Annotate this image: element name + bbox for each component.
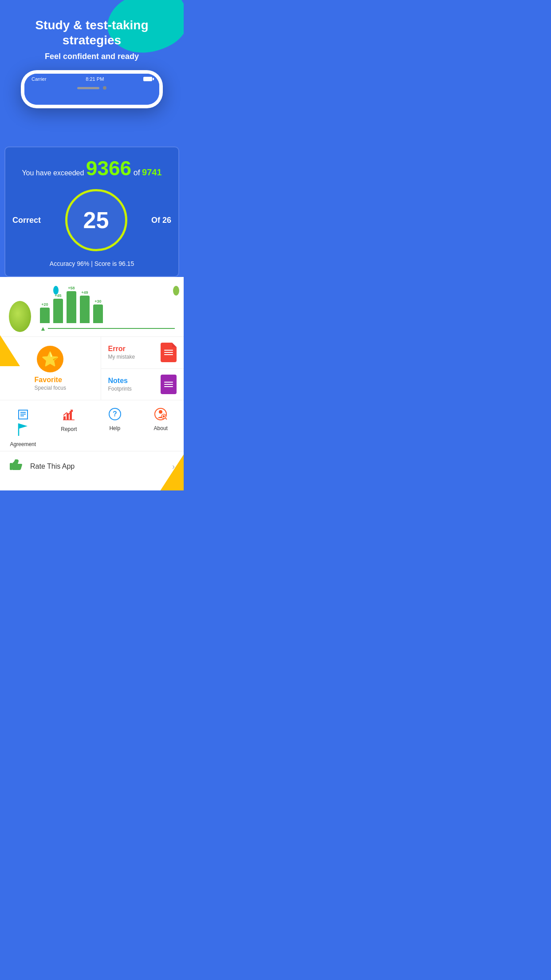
feature-row: ⭐ Favorite Special focus Error My mistak… [0, 337, 184, 400]
notes-feature[interactable]: Notes Footprints [101, 369, 184, 400]
oval-decoration [9, 301, 31, 332]
notes-label: Notes [108, 377, 132, 385]
accuracy-text: Accuracy 96% | Score is 96.15 [12, 260, 171, 267]
favorite-label: Favorite [35, 376, 66, 384]
feature-right-column: Error My mistake Notes [101, 337, 184, 400]
nav-label-agreement: Agreement [10, 441, 36, 447]
error-label: Error [108, 345, 135, 353]
bottom-nav: Agreement Report [0, 400, 184, 451]
nav-item-agreement[interactable]: Agreement [0, 407, 46, 447]
nav-label-help: Help [109, 425, 120, 431]
score-value: 25 [83, 207, 109, 233]
phone-status-bar: Carrier 8:21 PM [24, 74, 159, 84]
battery-icon [143, 77, 152, 81]
bar-item-1: +20 [40, 302, 50, 323]
svg-line-13 [165, 418, 167, 419]
bar-item-5: +30 [93, 299, 103, 323]
bar-item-3: +58 [67, 286, 76, 323]
svg-rect-3 [63, 416, 66, 420]
content-section: +20 +45 +58 +49 [0, 277, 184, 490]
favorite-sublabel: Special focus [35, 385, 66, 391]
bar-label-2: +45 [55, 293, 61, 298]
notes-doc-lines [164, 382, 173, 387]
nav-label-report: Report [61, 426, 77, 432]
phone-camera [103, 86, 106, 90]
svg-rect-14 [10, 463, 12, 470]
help-icon: ? [108, 407, 122, 423]
thumbs-up-icon [9, 458, 23, 474]
bar-label-4: +49 [81, 290, 88, 295]
exceeded-number: 9366 [86, 157, 131, 180]
phone-mockup: Carrier 8:21 PM [21, 70, 163, 108]
notes-line-1 [164, 382, 173, 383]
nav-label-about: About [154, 425, 168, 431]
error-sublabel: My mistake [108, 354, 135, 360]
svg-point-10 [159, 410, 162, 414]
exceeded-text: You have exceeded 9366 of 9741 [12, 156, 171, 180]
phone-notch [24, 84, 159, 91]
time-label: 8:21 PM [86, 76, 104, 82]
error-text-container: Error My mistake [108, 345, 135, 360]
notes-line-2 [164, 384, 173, 385]
nav-item-help[interactable]: ? Help [92, 407, 138, 447]
favorite-label-container: Favorite Special focus [35, 376, 66, 391]
svg-text:?: ? [113, 410, 117, 418]
bar-1 [40, 308, 50, 323]
phone-speaker [77, 87, 99, 89]
nav-item-about[interactable]: About [138, 407, 184, 447]
agreement-flag-icon [17, 423, 29, 439]
bar-label-3: +58 [68, 286, 75, 290]
bar-label-1: +20 [41, 302, 48, 307]
yellow-triangle-left [0, 335, 20, 366]
star-symbol: ⭐ [41, 351, 59, 368]
doc-line-1 [164, 350, 173, 351]
yellow-triangle-right [159, 454, 184, 490]
bar-2 [53, 299, 63, 323]
total-number: 9741 [142, 167, 162, 177]
chart-row: +20 +45 +58 +49 [0, 277, 184, 337]
svg-rect-4 [67, 414, 69, 420]
bar-label-5: +30 [94, 299, 101, 304]
correct-label: Correct [12, 216, 41, 225]
bar-3 [67, 291, 76, 323]
error-doc-icon [161, 343, 177, 362]
exceeded-label: You have exceeded [22, 169, 84, 177]
error-doc-lines [164, 350, 173, 355]
rate-app-row[interactable]: Rate This App › [0, 451, 184, 482]
error-feature[interactable]: Error My mistake [101, 337, 184, 369]
bar-5 [93, 304, 103, 323]
hero-subtitle: Feel confident and ready [9, 52, 175, 61]
svg-point-12 [163, 415, 165, 418]
score-card: You have exceeded 9366 of 9741 Correct 2… [4, 146, 179, 277]
bar-chart: +20 +45 +58 +49 [40, 286, 175, 332]
bar-4 [80, 296, 90, 323]
bar-item-4: +49 [80, 290, 90, 323]
notes-line-3 [164, 386, 173, 387]
nav-item-report[interactable]: Report [46, 407, 92, 447]
carrier-label: Carrier [31, 76, 47, 82]
rate-app-label: Rate This App [30, 462, 165, 470]
notes-sublabel: Footprints [108, 386, 132, 392]
of-total-label: Of 26 [151, 216, 171, 225]
notes-text-container: Notes Footprints [108, 377, 132, 392]
star-icon: ⭐ [37, 346, 63, 372]
about-icon [154, 407, 167, 423]
agreement-icon [16, 407, 30, 422]
of-label: of [134, 168, 140, 177]
green-dot-right [173, 286, 179, 296]
bar-item-2: +45 [53, 293, 63, 323]
report-icon [63, 407, 75, 423]
notes-doc-icon [161, 375, 177, 394]
doc-line-3 [164, 354, 173, 355]
hero-title: Study & test-taking strategies [9, 18, 175, 47]
svg-marker-2 [19, 423, 28, 429]
doc-line-2 [164, 352, 173, 353]
score-circle: 25 [65, 189, 127, 251]
score-middle: Correct 25 Of 26 [12, 189, 171, 251]
